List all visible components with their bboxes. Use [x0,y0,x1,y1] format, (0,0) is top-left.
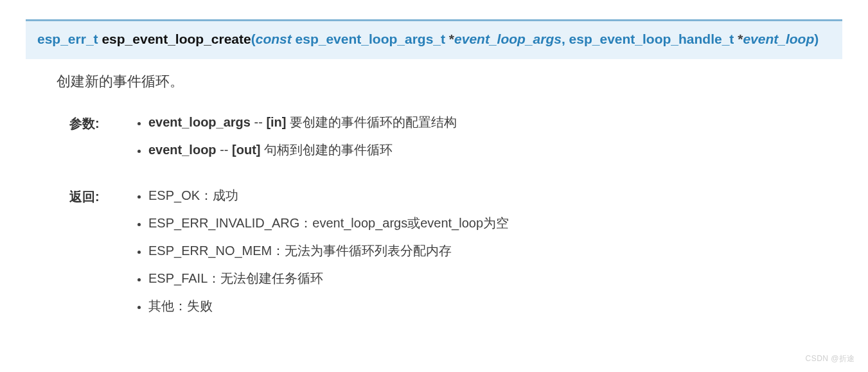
close-paren: ) [814,31,819,46]
param-keyword-0: const [256,31,292,46]
param-item-desc: 句柄到创建的事件循环 [264,143,393,157]
return-item: ESP_ERR_NO_MEM：无法为事件循环列表分配内存 [148,241,842,261]
params-section: 参数: event_loop_args -- [in] 要创建的事件循环的配置结… [57,112,842,168]
returns-label: 返回: [57,186,130,206]
return-type: esp_err_t [37,31,98,46]
description-block: 创建新的事件循环。 参数: event_loop_args -- [in] 要创… [26,71,842,324]
param-name-1: event_loop [743,31,814,46]
param-item-desc: 要创建的事件循环的配置结构 [290,115,457,129]
param-item-name: event_loop [148,143,217,157]
return-item: ESP_OK：成功 [148,186,842,206]
params-label: 参数: [57,112,130,133]
param-type-1: esp_event_loop_handle_t [569,31,734,46]
params-body: event_loop_args -- [in] 要创建的事件循环的配置结构 ev… [130,112,842,168]
comma-0: , [562,31,569,46]
returns-section: 返回: ESP_OK：成功 ESP_ERR_INVALID_ARG：event_… [57,186,842,324]
brief-description: 创建新的事件循环。 [57,71,842,92]
return-item: ESP_FAIL：无法创建任务循环 [148,269,842,288]
watermark: CSDN @折途 [805,353,855,361]
param-item-name: event_loop_args [148,115,251,129]
returns-list: ESP_OK：成功 ESP_ERR_INVALID_ARG：event_loop… [130,186,842,316]
open-paren: ( [251,31,256,46]
return-item: 其他：失败 [148,296,842,316]
params-list: event_loop_args -- [in] 要创建的事件循环的配置结构 ev… [130,112,842,160]
return-item: ESP_ERR_INVALID_ARG：event_loop_args或even… [148,213,842,233]
function-signature-box: esp_err_t esp_event_loop_create(const es… [26,19,842,59]
function-name: esp_event_loop_create [102,31,251,46]
function-signature: esp_err_t esp_event_loop_create(const es… [37,29,831,50]
param-type-0: esp_event_loop_args_t [296,31,445,46]
param-item-dir: [in] [266,115,286,129]
returns-body: ESP_OK：成功 ESP_ERR_INVALID_ARG：event_loop… [130,186,842,324]
star-0: * [449,31,454,46]
param-name-0: event_loop_args [454,31,562,46]
param-item: event_loop_args -- [in] 要创建的事件循环的配置结构 [148,112,842,132]
param-item: event_loop -- [out] 句柄到创建的事件循环 [148,140,842,160]
param-item-dir: [out] [232,143,260,157]
